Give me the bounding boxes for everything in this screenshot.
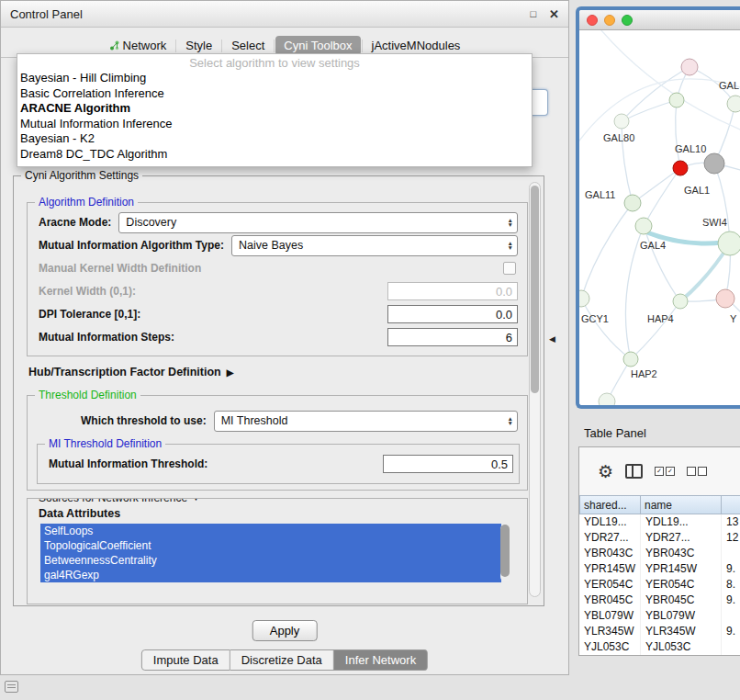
- algorithm-option-bayesian-hill-climbing[interactable]: Bayesian - Hill Climbing: [17, 71, 532, 86]
- mi-threshold-field[interactable]: [383, 455, 513, 473]
- close-icon[interactable]: ✕: [549, 7, 559, 21]
- aracne-mode-select[interactable]: Discovery ▲▼: [118, 212, 518, 233]
- table-row[interactable]: YLR345WYLR345W9.: [579, 624, 740, 639]
- checked-box-icon: ✓: [655, 467, 664, 476]
- table-cell: YER054C: [641, 577, 722, 593]
- table-cell: 9.: [722, 561, 740, 577]
- tab-cyni-toolbox[interactable]: Cyni Toolbox: [275, 36, 360, 55]
- table-row[interactable]: YJL053CYJL053C: [579, 639, 740, 655]
- node-label-gcy1: GCY1: [581, 313, 609, 324]
- tab-divider: [221, 40, 222, 52]
- algorithm-option-mutual-information-inference[interactable]: Mutual Information Inference: [17, 117, 532, 132]
- table-cell: 9.: [722, 624, 740, 639]
- tab-jactivemnodules[interactable]: jActiveMNodules: [364, 36, 469, 55]
- attribute-item-selfloops[interactable]: SelfLoops: [40, 524, 501, 538]
- network-node[interactable]: [673, 294, 688, 309]
- hub-section-label: Hub/Transcription Factor Definition: [28, 366, 221, 378]
- bottom-tab-infer-network[interactable]: Infer Network: [334, 649, 428, 671]
- mi-type-value: Naive Bayes: [239, 239, 303, 252]
- which-threshold-select[interactable]: MI Threshold ▲▼: [214, 411, 518, 432]
- scrollbar-thumb[interactable]: [500, 525, 510, 577]
- columns-icon[interactable]: [625, 464, 643, 479]
- tab-divider: [362, 40, 363, 52]
- table-row[interactable]: YBR045CYBR045C9.: [579, 593, 740, 608]
- network-node[interactable]: [718, 231, 740, 255]
- column-header-col2[interactable]: [722, 495, 740, 514]
- table-row[interactable]: YDR27...YDR27...12: [579, 530, 740, 546]
- node-label-gal4: GAL4: [640, 240, 666, 251]
- table-row[interactable]: YDL19...YDL19...13: [579, 514, 740, 530]
- network-node[interactable]: [579, 290, 589, 307]
- network-edge: [622, 100, 677, 121]
- sources-title: Sources for Network Inference: [39, 498, 187, 504]
- network-node[interactable]: [704, 153, 724, 174]
- network-node[interactable]: [624, 195, 641, 211]
- tab-style[interactable]: Style: [177, 36, 220, 55]
- apply-button[interactable]: Apply: [252, 620, 318, 641]
- mi-threshold-group: MI Threshold Definition Mutual Informati…: [37, 444, 520, 484]
- control-panel-titlebar: Control Panel □ ✕: [1, 1, 568, 28]
- algorithm-combo-edge[interactable]: [531, 89, 548, 116]
- table-row[interactable]: YBL079WYBL079W: [579, 608, 740, 624]
- show-panel-icon[interactable]: [5, 681, 18, 693]
- sources-title-row[interactable]: Sources for Network Inference ▼: [35, 498, 204, 504]
- network-canvas[interactable]: GALGAL80GAL10GAL11GAL1SWI4GAL4GCY1HAP4YH…: [579, 30, 740, 409]
- chevron-updown-icon: ▲▼: [508, 218, 513, 227]
- panel-collapse-arrow[interactable]: ◀: [549, 334, 555, 344]
- network-node[interactable]: [669, 93, 684, 107]
- table-cell: YBL079W: [579, 608, 641, 624]
- zoom-traffic-light[interactable]: [622, 15, 633, 26]
- network-node[interactable]: [727, 96, 740, 112]
- close-traffic-light[interactable]: [587, 15, 598, 26]
- network-node[interactable]: [623, 352, 638, 367]
- scrollbar-thumb[interactable]: [531, 186, 539, 393]
- mi-type-select[interactable]: Naive Bayes ▲▼: [231, 235, 518, 256]
- table-row[interactable]: YPR145WYPR145W9.: [579, 561, 740, 577]
- table-row[interactable]: YER054CYER054C8.: [579, 577, 740, 593]
- column-header-shared[interactable]: shared...: [579, 495, 641, 514]
- network-edge: [579, 79, 740, 141]
- mi-steps-field[interactable]: [387, 328, 518, 346]
- table-row[interactable]: YBR043CYBR043C: [579, 546, 740, 561]
- table-cell: YDL19...: [579, 514, 641, 530]
- column-header-name[interactable]: name: [641, 495, 722, 514]
- table-cell: YBR045C: [579, 593, 641, 608]
- tab-select[interactable]: Select: [223, 36, 273, 55]
- kernel-width-field[interactable]: [387, 282, 518, 300]
- table-cell: [722, 639, 740, 655]
- network-node[interactable]: [673, 161, 688, 175]
- float-window-icon[interactable]: □: [530, 8, 536, 19]
- bottom-tab-discretize-data[interactable]: Discretize Data: [230, 649, 334, 671]
- attribute-item-topologicalcoefficient[interactable]: TopologicalCoefficient: [40, 538, 501, 553]
- select-all-icon[interactable]: ✓ ✓: [655, 467, 675, 476]
- network-graph[interactable]: GALGAL80GAL10GAL11GAL1SWI4GAL4GCY1HAP4YH…: [579, 30, 740, 406]
- network-node[interactable]: [599, 393, 615, 406]
- hub-section-toggle[interactable]: Hub/Transcription Factor Definition ▶: [28, 366, 233, 378]
- network-node[interactable]: [614, 114, 629, 129]
- network-node[interactable]: [635, 218, 652, 234]
- node-label-gal10: GAL10: [675, 143, 706, 154]
- deselect-all-icon[interactable]: [687, 467, 707, 476]
- bottom-tab-impute-data[interactable]: Impute Data: [141, 649, 230, 671]
- tab-label: jActiveMNodules: [372, 39, 461, 52]
- algorithm-definition-group: Algorithm Definition Aracne Mode: Discov…: [27, 202, 528, 356]
- tab-network[interactable]: Network: [101, 36, 175, 55]
- data-attributes-list: SelfLoopsTopologicalCoefficientBetweenne…: [40, 524, 512, 584]
- algorithm-option-bayesian-k2[interactable]: Bayesian - K2: [17, 131, 532, 147]
- settings-scrollbar[interactable]: [529, 182, 541, 597]
- attribute-item-gal4rgexp[interactable]: gal4RGexp: [40, 568, 501, 582]
- algorithm-option-aracne-algorithm[interactable]: ARACNE Algorithm: [17, 101, 532, 117]
- mi-threshold-group-title: MI Threshold Definition: [45, 437, 165, 450]
- network-node[interactable]: [716, 289, 734, 308]
- dpi-tolerance-field[interactable]: [387, 305, 518, 323]
- attribute-item-betweennesscentrality[interactable]: BetweennessCentrality: [40, 553, 501, 568]
- gear-icon[interactable]: ⚙: [598, 463, 613, 480]
- algorithm-option-dream8-dc-tdc-algorithm[interactable]: Dream8 DC_TDC Algorithm: [17, 147, 532, 163]
- attributes-scrollbar[interactable]: [500, 525, 510, 581]
- mi-steps-label: Mutual Information Steps:: [39, 331, 174, 344]
- manual-kernel-checkbox[interactable]: [503, 262, 516, 275]
- network-window-titlebar: [579, 10, 740, 30]
- network-node[interactable]: [681, 59, 698, 75]
- minimize-traffic-light[interactable]: [604, 15, 615, 26]
- algorithm-option-basic-correlation-inference[interactable]: Basic Correlation Inference: [17, 86, 532, 102]
